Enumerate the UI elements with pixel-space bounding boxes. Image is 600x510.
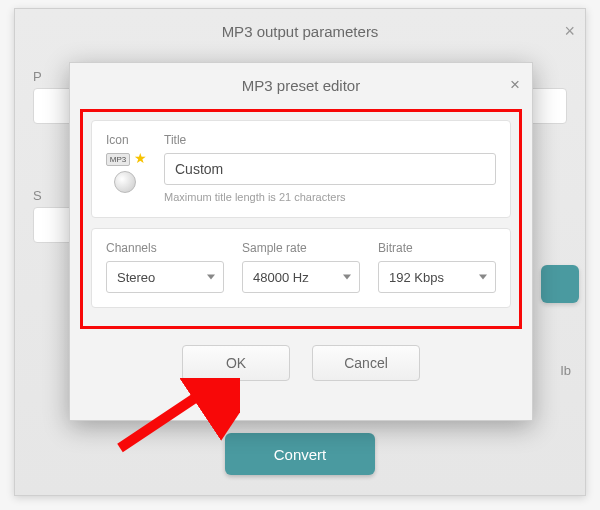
channels-column: Channels Stereo <box>106 241 224 293</box>
sample-rate-value: 48000 Hz <box>253 270 309 285</box>
title-input[interactable] <box>164 153 496 185</box>
side-button-teal[interactable] <box>541 265 579 303</box>
title-column: Title Maximum title length is 21 charact… <box>164 133 496 203</box>
bitrate-label: Bitrate <box>378 241 496 255</box>
icon-label: Icon <box>106 133 150 147</box>
highlight-frame: Icon MP3 ★ Title Maximum title length is… <box>80 109 522 329</box>
title-panel: Icon MP3 ★ Title Maximum title length is… <box>91 120 511 218</box>
ok-button[interactable]: OK <box>182 345 290 381</box>
channels-label: Channels <box>106 241 224 255</box>
dialog-header: MP3 preset editor × <box>70 63 532 107</box>
unit-text: Ib <box>560 363 571 378</box>
mp3-badge: MP3 <box>106 153 130 166</box>
sample-rate-label: Sample rate <box>242 241 360 255</box>
dialog-title: MP3 preset editor <box>242 77 360 94</box>
close-icon[interactable]: × <box>564 21 575 42</box>
channels-select[interactable]: Stereo <box>106 261 224 293</box>
preset-editor-dialog: MP3 preset editor × Icon MP3 ★ Title Max… <box>69 62 533 421</box>
chevron-down-icon <box>343 275 351 280</box>
bitrate-select[interactable]: 192 Kbps <box>378 261 496 293</box>
title-hint: Maximum title length is 21 characters <box>164 191 496 203</box>
outer-title: MP3 output parameters <box>222 23 379 40</box>
channels-value: Stereo <box>117 270 155 285</box>
cancel-button[interactable]: Cancel <box>312 345 420 381</box>
convert-button[interactable]: Convert <box>225 433 375 475</box>
chevron-down-icon <box>207 275 215 280</box>
sample-rate-select[interactable]: 48000 Hz <box>242 261 360 293</box>
bitrate-value: 192 Kbps <box>389 270 444 285</box>
outer-header: MP3 output parameters × <box>15 9 585 53</box>
mp3-file-icon[interactable]: MP3 ★ <box>106 153 146 193</box>
sample-rate-column: Sample rate 48000 Hz <box>242 241 360 293</box>
knob-icon <box>114 171 136 193</box>
title-label: Title <box>164 133 496 147</box>
icon-column: Icon MP3 ★ <box>106 133 150 203</box>
star-icon: ★ <box>134 150 147 166</box>
audio-panel: Channels Stereo Sample rate 48000 Hz Bit… <box>91 228 511 308</box>
chevron-down-icon <box>479 275 487 280</box>
dialog-button-row: OK Cancel <box>70 345 532 381</box>
bitrate-column: Bitrate 192 Kbps <box>378 241 496 293</box>
close-icon[interactable]: × <box>510 75 520 95</box>
